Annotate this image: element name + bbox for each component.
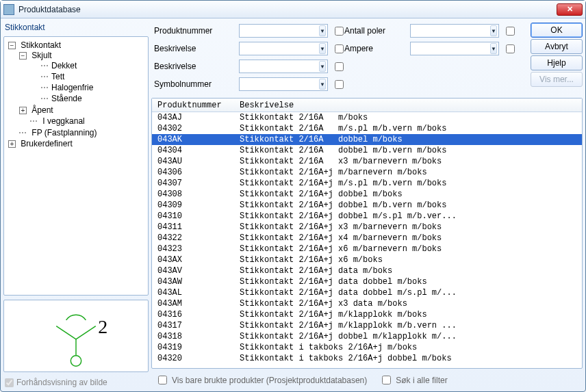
ampere-input[interactable] <box>385 43 490 54</box>
tree-collapse-icon[interactable]: − <box>8 42 16 49</box>
cell-beskrivelse: Stikkontakt i takboks 2/16A+j dobbel m/b… <box>240 354 582 363</box>
cell-produktnummer: 043AJ <box>157 113 240 122</box>
beskrivelse2-combo[interactable]: ▼ <box>239 60 328 73</box>
symbolnummer-input[interactable] <box>214 79 319 90</box>
table-row[interactable]: 04310Stikkontakt 2/16A+j dobbel m/s.pl m… <box>152 211 582 222</box>
table-row[interactable]: 043AUStikkontakt 2/16A x3 m/barnevern m/… <box>152 156 582 167</box>
beskrivelse2-filter-check[interactable] <box>335 62 344 71</box>
antallpoler-input[interactable] <box>385 25 490 36</box>
hjelp-button[interactable]: Hjelp <box>531 55 583 70</box>
table-row[interactable]: 04320Stikkontakt i takboks 2/16A+j dobbe… <box>152 353 582 364</box>
table-row[interactable]: 04323Stikkontakt 2/16A+j x6 m/barnevern … <box>152 244 582 254</box>
tree-expand-icon[interactable]: + <box>8 140 16 148</box>
chevron-down-icon[interactable]: ▼ <box>490 25 497 36</box>
tree-node-brukerdef[interactable]: Brukerdefinert <box>21 139 72 148</box>
table-row[interactable]: 04309Stikkontakt 2/16A+j dobbel m/b.vern… <box>152 200 582 211</box>
tree-node-stikkontakt[interactable]: Stikkontakt <box>21 40 61 50</box>
table-row[interactable]: 04307Stikkontakt 2/16A+j m/s.pl m/b.vern… <box>152 178 582 189</box>
cell-produktnummer: 04320 <box>157 354 240 363</box>
beskrivelse2-input[interactable] <box>214 61 319 72</box>
col-header-produktnummer[interactable]: Produktnummer <box>157 101 240 110</box>
window-title: Produktdatabase <box>18 5 557 14</box>
chevron-down-icon[interactable]: ▼ <box>319 61 326 72</box>
table-row[interactable]: 043AVStikkontakt 2/16A+j data m/boks <box>152 265 582 276</box>
category-tree-panel: − Stikkontakt − Skjult ⋯Dekket ⋯Tett ⋯H <box>3 36 149 296</box>
table-row[interactable]: 043AWStikkontakt 2/16A+j data dobbel m/b… <box>152 276 582 287</box>
tree-node-dekket[interactable]: Dekket <box>51 61 77 70</box>
tree-node-skjult[interactable]: Skjult <box>31 51 51 60</box>
tree-node-apent[interactable]: Åpent <box>31 105 53 115</box>
ampere-combo[interactable]: ▼ <box>410 42 499 55</box>
preview-checkbox-row[interactable]: Forhåndsvisning av bilde <box>3 376 149 389</box>
tree-expand-icon[interactable]: + <box>19 107 27 114</box>
table-row[interactable]: 04318Stikkontakt 2/16A+j dobbel m/klappl… <box>152 331 582 342</box>
cell-produktnummer: 04308 <box>157 190 240 199</box>
tree-node-iveggkanal[interactable]: I veggkanal <box>42 116 84 126</box>
cell-beskrivelse: Stikkontakt 2/16A dobbel m/boks <box>240 135 582 144</box>
cell-beskrivelse: Stikkontakt 2/16A+j dobbel m/s.pl m/b.ve… <box>240 211 582 221</box>
cell-beskrivelse: Stikkontakt 2/16A+j data dobbel m/s.pl m… <box>240 288 582 298</box>
sok-alle-row[interactable]: Søk i alle filter <box>379 374 447 387</box>
table-row[interactable]: 04304Stikkontakt 2/16A dobbel m/b.vern m… <box>152 145 582 156</box>
cell-produktnummer: 04317 <box>157 321 240 330</box>
cell-beskrivelse: Stikkontakt i takboks 2/16A+j m/boks <box>240 343 582 352</box>
table-row[interactable]: 043AKStikkontakt 2/16A dobbel m/boks <box>152 134 582 145</box>
product-grid[interactable]: Produktnummer Beskrivelse 043AJStikkonta… <box>151 98 583 369</box>
table-row[interactable]: 04306Stikkontakt 2/16A+j m/barnevern m/b… <box>152 167 582 178</box>
chevron-down-icon[interactable]: ▼ <box>319 25 326 36</box>
sok-alle-checkbox[interactable] <box>382 376 391 384</box>
antallpoler-combo[interactable]: ▼ <box>410 24 499 38</box>
close-icon: ✕ <box>567 5 573 14</box>
table-row[interactable]: 04302Stikkontakt 2/16A m/s.pl m/b.vern m… <box>152 123 582 134</box>
category-tree[interactable]: − Stikkontakt − Skjult ⋯Dekket ⋯Tett ⋯H <box>5 40 146 149</box>
table-row[interactable]: 04311Stikkontakt 2/16A+j x3 m/barnevern … <box>152 222 582 233</box>
table-row[interactable]: 043AMStikkontakt 2/16A+j x3 data m/boks <box>152 298 582 309</box>
cell-beskrivelse: Stikkontakt 2/16A m/s.pl m/b.vern m/boks <box>240 124 582 133</box>
antallpoler-filter-check[interactable] <box>506 27 515 36</box>
cell-produktnummer: 04316 <box>157 310 240 319</box>
titlebar[interactable]: Produktdatabase ✕ <box>1 1 585 18</box>
avbryt-button[interactable]: Avbryt <box>531 39 583 54</box>
table-row[interactable]: 04322Stikkontakt 2/16A+j x4 m/barnevern … <box>152 233 582 244</box>
table-row[interactable]: 04319Stikkontakt i takboks 2/16A+j m/bok… <box>152 342 582 353</box>
vis-bare-checkbox[interactable] <box>158 376 167 384</box>
cell-beskrivelse: Stikkontakt 2/16A+j x6 m/boks <box>240 255 582 265</box>
tree-collapse-icon[interactable]: − <box>19 52 27 60</box>
cell-produktnummer: 04310 <box>157 211 240 221</box>
grid-header[interactable]: Produktnummer Beskrivelse <box>152 99 582 112</box>
beskrivelse-filter-check[interactable] <box>335 44 344 53</box>
vis-bare-row[interactable]: Vis bare brukte produkter (Prosjektprodu… <box>155 374 367 387</box>
table-row[interactable]: 043ALStikkontakt 2/16A+j data dobbel m/s… <box>152 287 582 298</box>
table-row[interactable]: 04317Stikkontakt 2/16A+j m/klapplokk m/b… <box>152 320 582 331</box>
grid-body[interactable]: 043AJStikkontakt 2/16A m/boks04302Stikko… <box>152 112 582 368</box>
symbolnummer-filter-check[interactable] <box>335 80 344 89</box>
chevron-down-icon[interactable]: ▼ <box>319 43 326 54</box>
produktnummer-filter-check[interactable] <box>335 27 344 36</box>
cell-produktnummer: 04323 <box>157 244 240 254</box>
footer-checks: Vis bare brukte produkter (Prosjektprodu… <box>151 371 583 389</box>
tree-node-fp[interactable]: FP (Fastplanning) <box>31 128 97 138</box>
tree-node-halogenfrie[interactable]: Halogenfrie <box>51 83 93 92</box>
symbol-preview: 2 <box>3 300 149 372</box>
tree-node-tett[interactable]: Tett <box>51 72 64 81</box>
cell-produktnummer: 043AW <box>157 277 240 287</box>
table-row[interactable]: 043AJStikkontakt 2/16A m/boks <box>152 112 582 123</box>
table-row[interactable]: 04308Stikkontakt 2/16A+j dobbel m/boks <box>152 189 582 200</box>
beskrivelse-combo[interactable]: ▼ <box>239 42 328 55</box>
col-header-beskrivelse[interactable]: Beskrivelse <box>240 101 582 110</box>
ok-button[interactable]: OK <box>531 23 583 38</box>
chevron-down-icon[interactable]: ▼ <box>490 43 497 54</box>
close-button[interactable]: ✕ <box>557 3 583 16</box>
table-row[interactable]: 043AXStikkontakt 2/16A+j x6 m/boks <box>152 254 582 265</box>
symbolnummer-combo[interactable]: ▼ <box>239 77 328 91</box>
produktnummer-combo[interactable]: ▼ <box>239 24 328 38</box>
beskrivelse-input[interactable] <box>214 43 319 54</box>
ampere-filter-check[interactable] <box>506 44 515 53</box>
produktnummer-input[interactable] <box>214 25 319 36</box>
preview-checkbox[interactable] <box>5 378 14 387</box>
chevron-down-icon[interactable]: ▼ <box>319 79 326 90</box>
tree-node-staende[interactable]: Stående <box>51 94 82 103</box>
table-row[interactable]: 04316Stikkontakt 2/16A+j m/klapplokk m/b… <box>152 309 582 320</box>
cell-beskrivelse: Stikkontakt 2/16A m/boks <box>240 113 582 122</box>
cell-beskrivelse: Stikkontakt 2/16A+j x6 m/barnevern m/bok… <box>240 244 582 254</box>
